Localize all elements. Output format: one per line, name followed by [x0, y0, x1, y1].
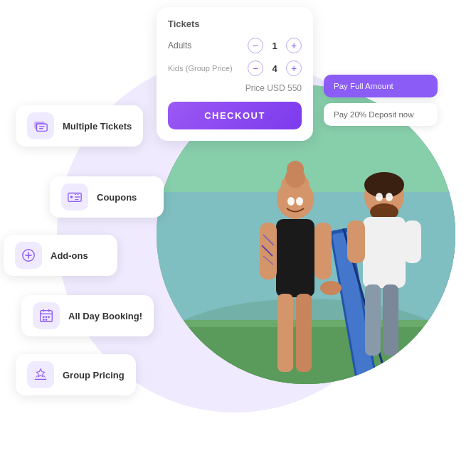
svg-point-51 — [48, 316, 50, 318]
svg-rect-26 — [296, 294, 312, 372]
svg-point-38 — [70, 196, 73, 198]
kids-decrease-button[interactable]: − — [248, 60, 263, 76]
multiple-tickets-card[interactable]: Multiple Tickets — [16, 105, 143, 147]
svg-rect-24 — [314, 223, 332, 280]
svg-point-29 — [296, 197, 303, 206]
svg-rect-13 — [365, 284, 381, 356]
ticket-panel: Tickets Adults − 1 + Kids (Group Price) … — [157, 7, 313, 141]
all-day-booking-label: All Day Booking! — [68, 311, 142, 321]
svg-point-28 — [287, 197, 295, 206]
kids-increase-button[interactable]: + — [286, 60, 302, 76]
svg-rect-34 — [37, 124, 48, 131]
svg-rect-19 — [276, 219, 314, 297]
coupons-icon — [61, 183, 88, 211]
svg-point-27 — [320, 281, 342, 295]
price-display: Price USD 550 — [168, 83, 302, 93]
addons-icon — [15, 242, 42, 269]
svg-point-52 — [43, 319, 45, 321]
svg-rect-25 — [277, 294, 293, 372]
kids-row: Kids (Group Price) − 4 + — [168, 60, 302, 76]
group-pricing-card[interactable]: Group Pricing — [16, 354, 136, 395]
group-pricing-label: Group Pricing — [63, 370, 125, 380]
svg-point-18 — [287, 161, 304, 178]
addons-label: Add-ons — [51, 250, 88, 261]
svg-point-49 — [43, 316, 45, 318]
svg-point-53 — [46, 319, 48, 321]
adults-decrease-button[interactable]: − — [248, 38, 263, 53]
adults-quantity-control: − 1 + — [248, 38, 302, 53]
adults-label: Adults — [168, 41, 191, 50]
svg-point-30 — [376, 193, 383, 201]
multiple-tickets-icon — [27, 112, 54, 139]
adults-row: Adults − 1 + — [168, 38, 302, 53]
adults-quantity-value: 1 — [269, 41, 280, 51]
coupons-label: Coupons — [97, 192, 137, 203]
payment-options-panel: Pay Full Amount Pay 20% Deposit now — [324, 75, 438, 126]
svg-point-50 — [46, 316, 48, 318]
svg-rect-10 — [363, 217, 406, 288]
kids-label: Kids (Group Price) — [168, 63, 233, 73]
svg-rect-14 — [383, 284, 398, 356]
checkout-button[interactable]: CHECKOUT — [168, 102, 302, 129]
svg-point-8 — [364, 172, 404, 198]
pay-full-amount-option[interactable]: Pay Full Amount — [324, 75, 438, 97]
all-day-booking-card[interactable]: All Day Booking! — [21, 295, 154, 336]
pay-deposit-option[interactable]: Pay 20% Deposit now — [324, 103, 438, 126]
group-pricing-icon — [27, 361, 54, 388]
all-day-booking-icon — [33, 302, 60, 329]
svg-rect-12 — [403, 220, 421, 263]
addons-card[interactable]: Add-ons — [4, 235, 117, 276]
ticket-panel-title: Tickets — [168, 18, 302, 29]
svg-rect-11 — [347, 220, 365, 263]
kids-quantity-control: − 4 + — [248, 60, 302, 76]
coupons-card[interactable]: Coupons — [50, 176, 164, 218]
svg-point-31 — [386, 193, 393, 201]
multiple-tickets-label: Multiple Tickets — [63, 121, 132, 132]
kids-quantity-value: 4 — [269, 63, 280, 74]
adults-increase-button[interactable]: + — [286, 38, 302, 53]
